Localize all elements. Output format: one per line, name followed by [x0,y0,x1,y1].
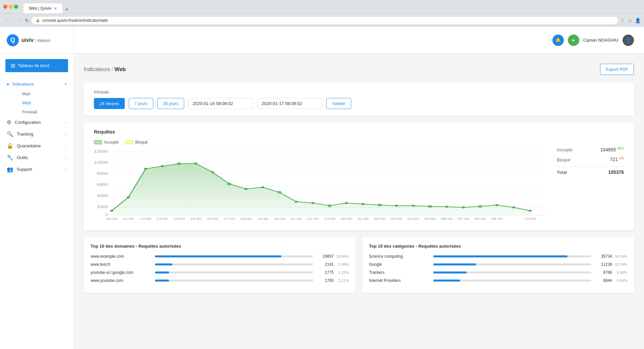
domain-bar-container-3 [155,280,313,282]
data-point [529,210,532,212]
category-bar-0 [433,255,568,257]
active-tab[interactable]: Web | Quiviv × [23,3,62,13]
subnav-mail[interactable]: Mail [17,89,73,98]
period-30j-button[interactable]: 30 jours [157,98,184,109]
back-button[interactable]: ← [3,17,13,24]
svg-text:10:00: 10:00 [106,217,117,220]
chart-container: Accepté Bloqué 12000 10000 8000 [94,140,624,223]
data-point [445,206,448,208]
user-avatar[interactable]: 👤 [623,35,634,46]
notification-icon[interactable]: 🔔 [552,35,564,46]
domain-bar-container-1 [155,263,313,265]
window-max-btn[interactable] [14,5,18,9]
period-controls: 24 heures 7 jours 30 jours Valider [94,98,624,109]
category-row-2: Trackers 8766 8.38% [369,270,627,275]
main-wrapper: 🔔 ● Ciprian NOAGHIU 👤 Indicateurs / Web … [74,27,644,349]
sidebar-item-configuration[interactable]: ⚙ Configuration ‹ [0,116,73,128]
sidebar-item-tracking[interactable]: 🔍 Tracking ‹ [0,128,73,140]
subnav-web[interactable]: Web [17,98,73,107]
requetes-chart: 12000 10000 8000 6000 4000 2000 0 [94,149,550,222]
svg-text:10000: 10000 [94,161,108,165]
dashboard-icon: ⊞ [11,62,15,69]
chevron-right-outils-icon: ‹ [65,156,67,160]
svg-text:15:00: 15:00 [190,217,202,220]
category-bar-container-0 [433,255,591,257]
date-to-input[interactable] [257,98,322,109]
svg-text:16:00: 16:00 [207,217,218,220]
browser-nav-icons: ⋮ ☆ 👤 [621,18,641,23]
indicateurs-subnav: Mail Web Firewall [0,89,73,116]
data-point [345,202,348,204]
domain-bar-1 [155,263,172,265]
sidebar-item-support[interactable]: 👥 Support ‹ [0,163,73,175]
period-7j-button[interactable]: 7 jours [129,98,153,109]
svg-text:07:00: 07:00 [458,217,469,220]
export-pdf-button[interactable]: Export PDF [600,64,634,75]
legend-blocked-color [125,140,133,144]
new-tab-button[interactable]: + [62,6,71,13]
domain-bar-container-2 [155,271,313,273]
window-min-btn[interactable] [9,5,13,9]
svg-text:06:00: 06:00 [441,217,452,220]
sidebar: Q uiviv | Alekso ⊞ Tableau de bord ● Ind… [0,27,74,349]
sidebar-item-outils[interactable]: 🔧 Outils ‹ [0,152,73,163]
chevron-right-tracking-icon: ‹ [65,132,67,136]
period-section: Période 24 heures 7 jours 30 jours Valid… [84,83,634,116]
tab-title: Web | Quiviv [29,6,52,11]
tab-close-icon[interactable]: × [54,6,57,11]
svg-text:01:00: 01:00 [357,217,369,220]
status-icon[interactable]: ● [568,35,579,46]
extensions-icon[interactable]: ⋮ [621,18,625,23]
domain-row-0: www.example.com 19857 24.85% [91,254,349,259]
svg-text:12:00: 12:00 [140,217,151,220]
svg-text:17:00: 17:00 [223,217,235,220]
breadcrumb: Indicateurs / Web [84,66,126,72]
bookmark-icon[interactable]: ☆ [628,18,632,23]
category-row-1: Google 11239 10.74% [369,262,627,267]
svg-text:05:00: 05:00 [424,217,436,220]
stat-accepted: Accepté 104655 99% [557,147,624,152]
top-domains-list: www.example.com 19857 24.85% www.test.fr [91,254,349,283]
domain-bar-container-0 [155,255,313,257]
date-from-input[interactable] [188,98,253,109]
svg-text:18:00: 18:00 [240,217,252,220]
data-point [245,188,248,190]
category-bar-2 [433,271,467,273]
dashboard-button[interactable]: ⊞ Tableau de bord [5,59,68,72]
stats-divider [557,166,624,167]
data-point [412,205,415,207]
svg-text:20:00: 20:00 [274,217,285,220]
profile-icon[interactable]: 👤 [635,18,641,23]
domain-row-3: www.youtube.com 1765 2.21% [91,278,349,283]
data-point [495,204,498,206]
svg-text:09:00: 09:00 [491,217,502,220]
sidebar-item-quarantaine[interactable]: 🔒 Quarantaine ‹ [0,140,73,152]
window-close-btn[interactable] [3,5,7,9]
indicateurs-icon: ● [7,82,9,87]
legend-accepted-color [94,140,102,144]
svg-text:12000: 12000 [94,150,108,154]
lock-icon: 🔒 [36,18,40,22]
period-24h-button[interactable]: 24 heures [94,98,125,109]
category-row-3: Internet Providers 6844 6.54% [369,278,627,283]
refresh-button[interactable]: ↻ [25,17,29,24]
forward-button[interactable]: → [14,17,23,24]
header-actions: 🔔 ● Ciprian NOAGHIU 👤 [552,35,634,46]
address-bar[interactable]: 🔒 console.quiviv.fr/admin/indicator/web [32,17,618,24]
svg-text:22:00: 22:00 [307,217,319,220]
nav-arrows: ← → ↻ [3,17,29,24]
logo-text: uiviv | Alekso [21,37,50,43]
support-icon: 👥 [7,166,13,172]
svg-text:4000: 4000 [97,194,108,198]
legend-blocked: Bloqué [125,140,148,145]
valider-button[interactable]: Valider [326,98,351,109]
category-bar-container-3 [433,280,591,282]
app-header: 🔔 ● Ciprian NOAGHIU 👤 [74,27,644,54]
sidebar-item-indicateurs[interactable]: ● Indicateurs ▾ [0,79,73,89]
svg-text:04:00: 04:00 [408,217,419,220]
svg-text:10:00: 10:00 [525,217,536,220]
data-point [362,203,365,205]
subnav-firewall[interactable]: Firewall [17,107,73,116]
data-point [211,171,214,173]
page-header: Indicateurs / Web Export PDF [84,64,634,75]
